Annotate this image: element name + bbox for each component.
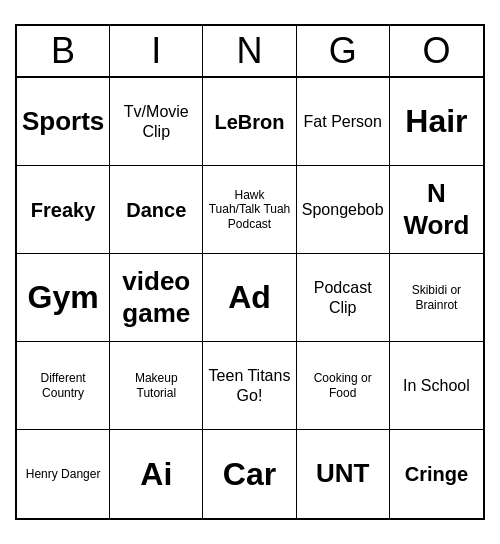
bingo-cell-6: Dance (110, 166, 203, 254)
bingo-cell-9: N Word (390, 166, 483, 254)
bingo-cell-4: Hair (390, 78, 483, 166)
bingo-card: BINGO SportsTv/Movie ClipLeBronFat Perso… (15, 24, 485, 520)
bingo-cell-15: Different Country (17, 342, 110, 430)
header-letter-b: B (17, 26, 110, 76)
header-letter-o: O (390, 26, 483, 76)
bingo-cell-19: In School (390, 342, 483, 430)
header-letter-i: I (110, 26, 203, 76)
bingo-cell-17: Teen Titans Go! (203, 342, 296, 430)
bingo-cell-13: Podcast Clip (297, 254, 390, 342)
bingo-cell-20: Henry Danger (17, 430, 110, 518)
bingo-cell-16: Makeup Tutorial (110, 342, 203, 430)
bingo-header: BINGO (17, 26, 483, 78)
bingo-cell-3: Fat Person (297, 78, 390, 166)
bingo-cell-2: LeBron (203, 78, 296, 166)
bingo-cell-24: Cringe (390, 430, 483, 518)
bingo-cell-7: Hawk Tuah/Talk Tuah Podcast (203, 166, 296, 254)
header-letter-n: N (203, 26, 296, 76)
bingo-cell-1: Tv/Movie Clip (110, 78, 203, 166)
bingo-cell-12: Ad (203, 254, 296, 342)
header-letter-g: G (297, 26, 390, 76)
bingo-cell-5: Freaky (17, 166, 110, 254)
bingo-cell-21: Ai (110, 430, 203, 518)
bingo-cell-8: Spongebob (297, 166, 390, 254)
bingo-grid: SportsTv/Movie ClipLeBronFat PersonHairF… (17, 78, 483, 518)
bingo-cell-10: Gym (17, 254, 110, 342)
bingo-cell-0: Sports (17, 78, 110, 166)
bingo-cell-18: Cooking or Food (297, 342, 390, 430)
bingo-cell-14: Skibidi or Brainrot (390, 254, 483, 342)
bingo-cell-23: UNT (297, 430, 390, 518)
bingo-cell-11: video game (110, 254, 203, 342)
bingo-cell-22: Car (203, 430, 296, 518)
